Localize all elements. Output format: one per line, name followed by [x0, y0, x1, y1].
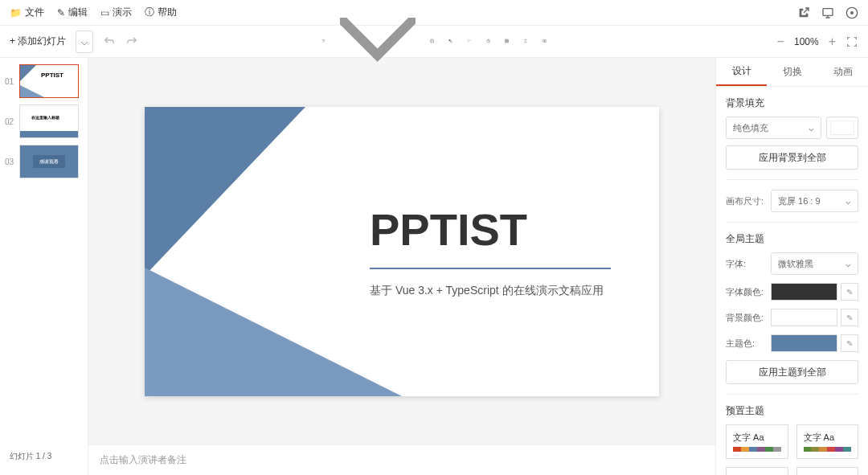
- apply-bg-all-button[interactable]: 应用背景到全部: [726, 145, 858, 170]
- preset-theme-item[interactable]: 文字 Aa: [726, 467, 788, 475]
- bg-color-picker-2[interactable]: [771, 309, 837, 326]
- undo-icon[interactable]: [103, 35, 116, 48]
- tab-animation[interactable]: 动画: [817, 58, 868, 86]
- svg-point-2: [850, 11, 854, 14]
- thumb-shape: [20, 85, 44, 97]
- global-theme-label: 全局主题: [726, 232, 858, 246]
- bg-fill-label: 背景填充: [726, 96, 858, 110]
- canvas-size-label: 画布尺寸:: [726, 195, 771, 207]
- slide-shape-triangle-1[interactable]: [145, 107, 305, 276]
- slide-thumb-1[interactable]: 01 PPTIST: [0, 64, 88, 98]
- eyedropper-icon[interactable]: ✎: [841, 283, 858, 301]
- slide-thumb-3[interactable]: 03 感谢观看: [0, 145, 88, 178]
- text-dropdown-icon[interactable]: [340, 18, 415, 64]
- fit-screen-icon[interactable]: [845, 35, 858, 48]
- menubar-right: [797, 6, 858, 19]
- fill-type-value: 纯色填充: [733, 122, 768, 134]
- bg-color-picker[interactable]: [826, 117, 858, 139]
- preset-grid: 文字 Aa文字 Aa文字 Aa文字 Aa文字 Aa文字 Aa: [726, 424, 858, 475]
- fill-type-select[interactable]: 纯色填充⌵: [726, 117, 821, 139]
- svg-rect-8: [506, 39, 509, 43]
- folder-icon: 📁: [10, 7, 22, 18]
- slide-thumb-preview-3[interactable]: 感谢观看: [19, 145, 79, 178]
- tab-transition[interactable]: 切换: [767, 58, 817, 86]
- chevron-down-icon: ⌵: [845, 259, 851, 269]
- thumb-title: 在这里输入标题: [31, 115, 59, 120]
- formula-icon[interactable]: [523, 35, 527, 47]
- github-icon[interactable]: [845, 6, 858, 19]
- preset-text: 文字 Aa: [733, 432, 781, 444]
- apply-theme-all-button[interactable]: 应用主题到全部: [726, 360, 858, 384]
- menu-help-label: 帮助: [158, 6, 177, 19]
- slide-thumb-preview-1[interactable]: PPTIST: [19, 64, 79, 98]
- image-icon[interactable]: [430, 35, 434, 47]
- chevron-down-icon: ⌵: [809, 123, 814, 133]
- tab-design[interactable]: 设计: [716, 58, 767, 86]
- divider: [726, 394, 858, 395]
- menu-present[interactable]: ▭演示: [100, 6, 132, 19]
- toolbar-left: + 添加幻灯片: [10, 31, 138, 53]
- slide-num-1: 01: [5, 77, 19, 86]
- slide-counter: 幻灯片 1 / 3: [0, 444, 88, 469]
- thumb-title: 感谢观看: [33, 155, 65, 168]
- add-slide-button[interactable]: + 添加幻灯片: [10, 35, 66, 48]
- slide-panel: 01 PPTIST 02 在这里输入标题 03 感谢观看 幻灯片 1 / 3: [0, 58, 88, 475]
- slide-subtitle-text[interactable]: 基于 Vue 3.x + TypeScript 的在线演示文稿应用: [370, 284, 604, 298]
- zoom-out-icon[interactable]: −: [777, 35, 784, 49]
- menu-file-label: 文件: [25, 6, 44, 19]
- preset-theme-item[interactable]: 文字 Aa: [796, 467, 859, 475]
- preset-theme-item[interactable]: 文字 Aa: [726, 424, 788, 459]
- slide-canvas[interactable]: PPTIST 基于 Vue 3.x + TypeScript 的在线演示文稿应用: [145, 107, 659, 396]
- font-color-picker[interactable]: [771, 283, 837, 301]
- preset-theme-item[interactable]: 文字 Aa: [796, 424, 859, 459]
- text-icon[interactable]: [321, 35, 326, 47]
- table-icon[interactable]: [505, 35, 509, 47]
- edit-icon: ✎: [57, 7, 65, 18]
- toolbar-center: [321, 18, 547, 64]
- slide-title-text[interactable]: PPTIST: [370, 203, 527, 256]
- menubar-left: 📁文件 ✎编辑 ▭演示 ⓘ帮助: [10, 6, 177, 19]
- redo-icon[interactable]: [125, 35, 138, 48]
- preset-theme-label: 预置主题: [726, 404, 858, 418]
- slide-thumb-preview-2[interactable]: 在这里输入标题: [19, 104, 79, 138]
- preset-text: 文字 Aa: [804, 432, 852, 444]
- screen-icon[interactable]: [821, 6, 834, 19]
- divider: [726, 222, 858, 223]
- menu-edit[interactable]: ✎编辑: [57, 6, 88, 19]
- slide-divider-line[interactable]: [370, 268, 611, 269]
- presenter-notes-input[interactable]: 点击输入演讲者备注: [88, 444, 715, 475]
- svg-point-6: [450, 41, 452, 43]
- slide-num-3: 03: [5, 158, 19, 166]
- media-icon[interactable]: [542, 35, 547, 47]
- slide-thumb-2[interactable]: 02 在这里输入标题: [0, 104, 88, 138]
- eyedropper-icon[interactable]: ✎: [841, 309, 858, 326]
- chart-icon[interactable]: [486, 35, 490, 47]
- external-link-icon[interactable]: [797, 6, 810, 19]
- zoom-in-icon[interactable]: +: [829, 35, 836, 49]
- menu-help[interactable]: ⓘ帮助: [145, 6, 177, 19]
- font-color-label: 字体颜色:: [726, 286, 771, 298]
- theme-color-picker[interactable]: [771, 334, 837, 352]
- canvas-size-select[interactable]: 宽屏 16 : 9⌵: [771, 190, 858, 212]
- preset-color-strip: [804, 447, 852, 452]
- shape-icon[interactable]: [448, 35, 452, 47]
- font-value: 微软雅黑: [778, 258, 813, 270]
- slide-shape-triangle-2[interactable]: [145, 268, 402, 396]
- eyedropper-icon[interactable]: ✎: [841, 334, 858, 352]
- right-panel: 设计 切换 动画 背景填充 纯色填充⌵ 应用背景到全部 画布尺寸: 宽屏 16 …: [715, 58, 868, 475]
- menu-file[interactable]: 📁文件: [10, 6, 44, 19]
- svg-rect-0: [823, 8, 833, 15]
- add-slide-dropdown[interactable]: [76, 31, 93, 53]
- thumb-title: PPTIST: [41, 72, 63, 79]
- line-icon[interactable]: [467, 35, 471, 47]
- menu-present-label: 演示: [113, 6, 132, 19]
- font-select[interactable]: 微软雅黑⌵: [771, 252, 858, 275]
- present-icon: ▭: [100, 7, 109, 18]
- font-label: 字体:: [726, 258, 771, 270]
- toolbar-right: − 100% +: [777, 35, 858, 49]
- help-icon: ⓘ: [145, 6, 154, 19]
- menu-edit-label: 编辑: [68, 6, 88, 19]
- canvas-viewport[interactable]: PPTIST 基于 Vue 3.x + TypeScript 的在线演示文稿应用: [88, 58, 715, 444]
- zoom-level[interactable]: 100%: [794, 36, 819, 47]
- preset-color-strip: [733, 447, 781, 452]
